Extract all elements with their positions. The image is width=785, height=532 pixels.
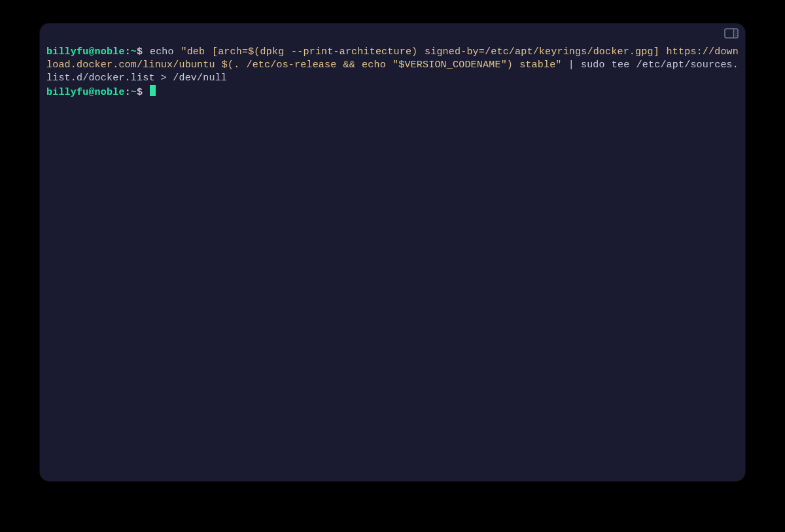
prompt-path: ~ [131, 87, 137, 98]
prompt-path: ~ [131, 46, 137, 58]
prompt-user-host: billyfu@noble [46, 87, 125, 98]
terminal-window[interactable]: billyfu@noble:~$ echo "deb [arch=$(dpkg … [40, 24, 745, 481]
cursor-block [150, 85, 156, 96]
terminal-output[interactable]: billyfu@noble:~$ echo "deb [arch=$(dpkg … [40, 43, 745, 119]
prompt-user-host: billyfu@noble [46, 46, 125, 58]
prompt-separator: : [125, 46, 131, 58]
command-prefix: echo [150, 46, 181, 58]
prompt-symbol: $ [137, 87, 143, 98]
split-panel-icon[interactable] [724, 28, 739, 39]
prompt-separator: : [125, 87, 131, 98]
prompt-symbol: $ [137, 46, 143, 58]
command-line-1: billyfu@noble:~$ echo "deb [arch=$(dpkg … [46, 46, 739, 85]
command-line-2: billyfu@noble:~$ [46, 85, 739, 99]
titlebar [40, 24, 745, 43]
